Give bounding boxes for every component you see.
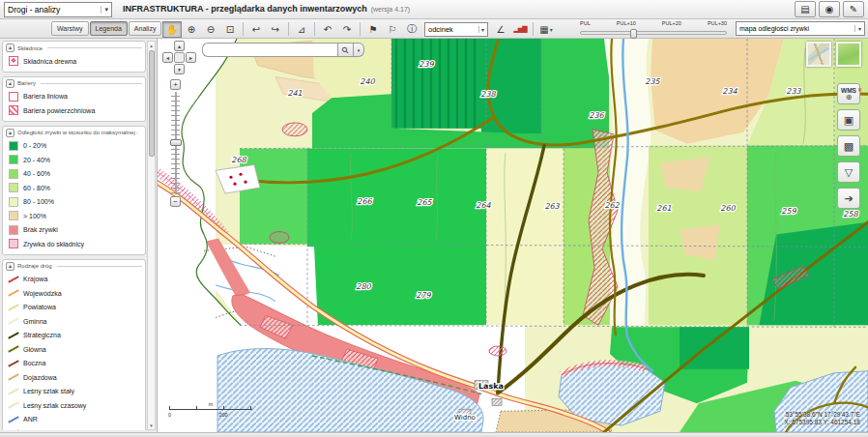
- map-side-buttons: WMS⊕✕▣▩▽➔: [837, 83, 860, 214]
- collapse-group-icon[interactable]: ▲: [6, 129, 14, 137]
- pan-up-button[interactable]: ▲: [174, 41, 185, 51]
- search-options-button[interactable]: ▾: [354, 43, 364, 57]
- toolbar-separator: [360, 22, 361, 36]
- zoom-out-button[interactable]: −: [170, 196, 181, 207]
- next-view-tool[interactable]: ↪: [266, 21, 285, 38]
- zoom-slider-handle[interactable]: [170, 139, 182, 146]
- chevron-down-icon: ▾: [854, 25, 861, 32]
- legend-content: ▲Składnice❖Składnica drewna▲BarieryBarie…: [2, 41, 146, 430]
- pul-label: PUL+10: [617, 20, 636, 26]
- redo-tool[interactable]: ↷: [337, 21, 357, 38]
- context-select[interactable]: Drogi - analizy ▾: [4, 2, 112, 17]
- legend-item-label: 80 - 100%: [23, 198, 54, 205]
- gallery-button-icon: ▩: [844, 140, 854, 153]
- legend-item: Zrywka do składnicy: [6, 237, 142, 251]
- pul-slider-track[interactable]: [580, 31, 727, 35]
- flag-tool[interactable]: ⚑: [363, 21, 383, 38]
- gallery-button[interactable]: ▩: [837, 135, 860, 157]
- pan-down-button[interactable]: ▼: [174, 64, 185, 74]
- legend-group: ▲Odległość zrywki w stosunku do maksymal…: [2, 126, 146, 255]
- coordinates-projected: X: 675395.83 Y: 461254.18: [784, 419, 860, 426]
- chevron-down-icon: ▾: [358, 47, 361, 53]
- legend-item-label: Zrywka do składnicy: [23, 241, 84, 248]
- toolbar-separator: [533, 22, 534, 36]
- collapse-group-icon[interactable]: ▲: [6, 44, 14, 52]
- search-input[interactable]: [202, 43, 337, 57]
- table-tool-icon: ▦: [539, 24, 548, 35]
- legend-item-label: Krajowa: [23, 276, 47, 282]
- legend-swatch-icon: [9, 288, 18, 298]
- zoom-extent-tool-icon: ⊡: [226, 24, 234, 35]
- legend-item-label: > 100%: [23, 213, 46, 219]
- legend-item-label: 0 - 20%: [23, 142, 46, 149]
- basemap-thumbnail-street[interactable]: [806, 42, 831, 67]
- chart-tool-icon: ▂▅▇: [513, 25, 526, 33]
- search-button[interactable]: ⚲: [337, 43, 354, 57]
- zoom-in-tool-icon: ⊕: [188, 24, 195, 35]
- pan-right-button[interactable]: ►: [186, 52, 196, 63]
- undo-tool[interactable]: ↶: [318, 21, 337, 38]
- marker-tool[interactable]: ⚐: [383, 21, 402, 38]
- previous-view-tool[interactable]: ↩: [246, 21, 266, 38]
- legend-swatch-icon: [9, 303, 18, 312]
- previous-view-tool-icon: ↩: [252, 24, 260, 35]
- filter-button[interactable]: ▽: [837, 161, 860, 183]
- basemap-thumbnail-forest[interactable]: [836, 42, 861, 67]
- tab-legenda[interactable]: Legenda: [90, 21, 128, 36]
- legend-swatch-icon: [9, 400, 18, 410]
- tab-analizy[interactable]: Analizy: [129, 21, 162, 36]
- collapse-group-icon[interactable]: ▲: [6, 262, 14, 271]
- legend-item-label: Powiatowa: [23, 304, 56, 310]
- legend-item-label: Bariera liniowa: [23, 93, 68, 100]
- wms-add-icon: ⊕: [846, 94, 853, 101]
- snapshot-button[interactable]: ◉: [819, 1, 840, 17]
- legend-swatch-icon: [9, 331, 18, 340]
- print-button[interactable]: ▤: [795, 1, 816, 17]
- legend-item: Brak zrywki: [6, 223, 142, 238]
- snap-tool[interactable]: ∠: [491, 21, 510, 38]
- scroll-down-icon[interactable]: ▼: [148, 422, 155, 429]
- pan-tool-icon: ✋: [166, 24, 178, 35]
- legend-group-title: Odległość zrywki w stosunku do maksymaln…: [17, 130, 137, 135]
- basemap-select[interactable]: mapa odległości zrywki ▾: [736, 21, 865, 36]
- legend-swatch-icon: [9, 428, 18, 430]
- scroll-up-icon[interactable]: ▲: [148, 42, 155, 49]
- zoom-out-tool[interactable]: ⊖: [201, 21, 220, 38]
- compartment-number: 259: [781, 207, 796, 216]
- zoom-in-button[interactable]: +: [170, 79, 181, 90]
- info-tool-icon: ⓘ: [407, 22, 417, 36]
- pan-tool[interactable]: ✋: [162, 21, 182, 38]
- legend-swatch-icon: [9, 372, 18, 382]
- compartment-number: 261: [656, 204, 671, 213]
- map-artwork: [158, 39, 868, 432]
- pan-center-button[interactable]: [174, 52, 185, 63]
- measure-tool[interactable]: ⊿: [292, 21, 311, 38]
- export-button[interactable]: ➔: [837, 188, 860, 209]
- zoom-slider: + −: [169, 79, 183, 207]
- zoom-in-tool[interactable]: ⊕: [182, 21, 201, 38]
- scrollbar-thumb[interactable]: [149, 50, 155, 157]
- collapse-group-icon[interactable]: ▲: [6, 79, 14, 88]
- map-viewport[interactable]: 2412402392382362352342332682662652642632…: [158, 39, 868, 432]
- chart-tool[interactable]: ▂▅▇: [510, 21, 530, 38]
- legend-swatch-icon: [9, 105, 18, 115]
- map-window-button[interactable]: ▣: [837, 109, 860, 131]
- info-tool[interactable]: ⓘ: [402, 21, 421, 38]
- legend-item: Wojewódzka: [6, 286, 142, 301]
- chevron-down-icon: ▾: [478, 26, 484, 33]
- sidebar-scrollbar[interactable]: ▲ ▼: [147, 41, 156, 430]
- table-tool[interactable]: ▦▾: [536, 21, 556, 38]
- pul-slider-handle[interactable]: [630, 29, 637, 39]
- legend-item: 0 - 20%: [6, 139, 142, 154]
- wms-button[interactable]: WMS⊕✕: [837, 83, 860, 104]
- segment-select[interactable]: odcinek▾: [424, 22, 488, 37]
- edit-button[interactable]: ✎: [843, 1, 864, 17]
- bottom-strip: [0, 432, 868, 437]
- pan-left-button[interactable]: ◄: [162, 52, 173, 63]
- legend-sidebar: ▲Składnice❖Składnica drewna▲BarieryBarie…: [0, 39, 158, 432]
- legend-item: Leśny szlak czasowy: [6, 398, 142, 413]
- zoom-extent-tool[interactable]: ⊡: [220, 21, 240, 38]
- context-select-value: Drogi - analizy: [8, 5, 60, 15]
- tab-warstwy[interactable]: Warstwy: [51, 21, 89, 36]
- compartment-number: 239: [419, 60, 434, 69]
